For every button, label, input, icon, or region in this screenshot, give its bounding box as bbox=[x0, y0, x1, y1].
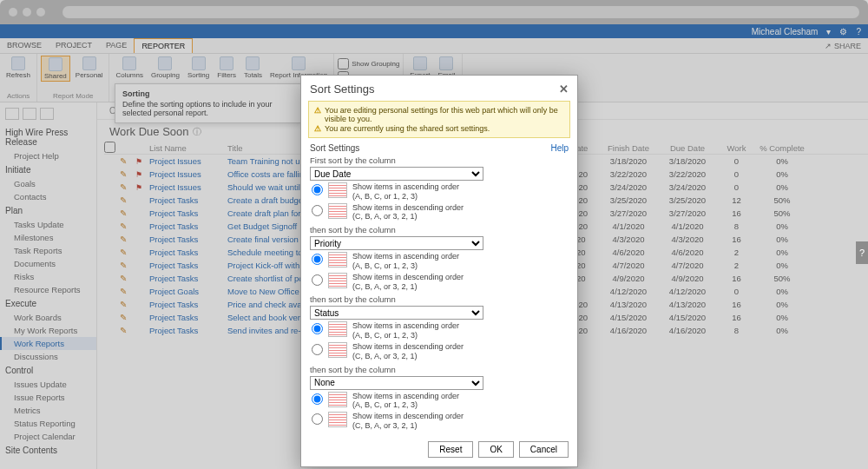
sort-desc-icon bbox=[328, 273, 347, 288]
sort-desc-label: Show items in descending order(C, B, A, … bbox=[352, 203, 464, 222]
sort-desc-radio[interactable] bbox=[312, 274, 323, 286]
sort-level-label: then sort by the column bbox=[310, 294, 569, 304]
sort-asc-label: Show items in ascending order(A, B, C, o… bbox=[352, 252, 459, 271]
sort-asc-label: Show items in ascending order(A, B, C, o… bbox=[352, 182, 459, 201]
sort-asc-icon bbox=[328, 321, 347, 337]
sort-desc-radio[interactable] bbox=[312, 344, 323, 355]
warning-banner: ⚠You are editing personal settings for t… bbox=[308, 101, 570, 138]
sort-desc-label: Show items in descending order(C, B, A, … bbox=[352, 273, 464, 292]
sort-asc-icon bbox=[328, 392, 347, 407]
sort-desc-icon bbox=[328, 412, 347, 427]
dialog-title: Sort Settings bbox=[310, 83, 374, 96]
sort-level-label: then sort by the column bbox=[310, 225, 569, 234]
dialog-section-title: Sort Settings bbox=[310, 143, 359, 153]
close-icon[interactable]: ✕ bbox=[559, 83, 569, 96]
help-tab[interactable]: ? bbox=[856, 241, 868, 264]
sort-asc-radio[interactable] bbox=[312, 184, 323, 195]
sort-desc-icon bbox=[328, 203, 347, 219]
ok-button[interactable]: OK bbox=[478, 441, 513, 458]
warning-icon: ⚠ bbox=[314, 124, 321, 133]
sort-asc-label: Show items in ascending order(A, B, C, o… bbox=[352, 321, 459, 340]
cancel-button[interactable]: Cancel bbox=[519, 441, 569, 458]
sort-column-select[interactable]: None bbox=[310, 376, 483, 390]
sort-asc-radio[interactable] bbox=[312, 323, 323, 334]
help-link[interactable]: Help bbox=[550, 143, 569, 153]
warning-icon: ⚠ bbox=[314, 106, 321, 115]
sort-desc-label: Show items in descending order(C, B, A, … bbox=[352, 412, 464, 431]
sort-settings-dialog: Sort Settings ✕ ⚠You are editing persona… bbox=[300, 75, 578, 467]
reset-button[interactable]: Reset bbox=[428, 441, 473, 458]
sort-desc-label: Show items in descending order(C, B, A, … bbox=[352, 342, 464, 361]
sort-asc-radio[interactable] bbox=[312, 254, 323, 265]
sort-level-label: then sort by the column bbox=[310, 365, 569, 374]
sort-desc-icon bbox=[328, 342, 347, 358]
sort-level-label: First sort by the column bbox=[310, 155, 569, 165]
sort-desc-radio[interactable] bbox=[312, 413, 323, 425]
sort-column-select[interactable]: Priority bbox=[310, 236, 483, 250]
sort-asc-radio[interactable] bbox=[312, 393, 323, 405]
sort-asc-label: Show items in ascending order(A, B, C, o… bbox=[352, 392, 459, 411]
sort-column-select[interactable]: Status bbox=[310, 306, 483, 320]
sort-asc-icon bbox=[328, 182, 347, 198]
sort-asc-icon bbox=[328, 252, 347, 268]
sort-column-select[interactable]: Due Date bbox=[310, 167, 483, 181]
sort-desc-radio[interactable] bbox=[312, 205, 323, 216]
